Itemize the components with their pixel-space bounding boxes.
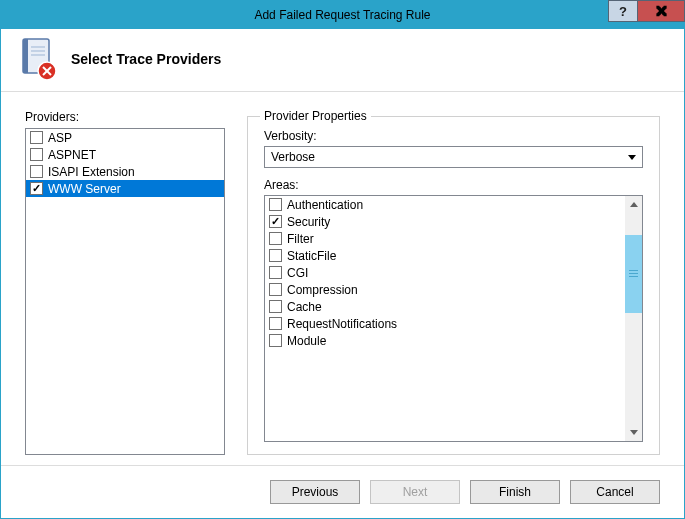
content-area: Providers: ASPASPNETISAPI ExtensionWWW S… [1, 92, 684, 465]
area-item[interactable]: RequestNotifications [265, 315, 625, 332]
scroll-thumb[interactable] [625, 235, 642, 313]
verbosity-label: Verbosity: [264, 129, 647, 143]
area-item[interactable]: Module [265, 332, 625, 349]
area-label: Module [287, 334, 326, 348]
checkbox[interactable] [30, 165, 43, 178]
checkbox[interactable] [30, 148, 43, 161]
checkbox[interactable] [269, 317, 282, 330]
area-item[interactable]: CGI [265, 264, 625, 281]
provider-label: ASPNET [48, 148, 96, 162]
checkbox[interactable] [269, 283, 282, 296]
checkbox[interactable] [269, 198, 282, 211]
finish-button[interactable]: Finish [470, 480, 560, 504]
provider-item[interactable]: ASPNET [26, 146, 224, 163]
area-label: Cache [287, 300, 322, 314]
area-label: Compression [287, 283, 358, 297]
scroll-down-button[interactable] [625, 424, 642, 441]
checkbox[interactable] [269, 232, 282, 245]
area-label: RequestNotifications [287, 317, 397, 331]
areas-list[interactable]: AuthenticationSecurityFilterStaticFileCG… [264, 195, 643, 442]
scroll-track[interactable] [625, 213, 642, 424]
page-title: Select Trace Providers [71, 51, 221, 67]
area-item[interactable]: StaticFile [265, 247, 625, 264]
area-label: Filter [287, 232, 314, 246]
area-label: Security [287, 215, 330, 229]
dialog-window: Add Failed Request Tracing Rule ? 🗙 Sele… [0, 0, 685, 519]
provider-item[interactable]: ASP [26, 129, 224, 146]
chevron-down-icon [628, 155, 636, 160]
help-button[interactable]: ? [608, 0, 638, 22]
providers-list[interactable]: ASPASPNETISAPI ExtensionWWW Server [25, 128, 225, 455]
scroll-up-button[interactable] [625, 196, 642, 213]
providers-label: Providers: [25, 110, 225, 124]
areas-items: AuthenticationSecurityFilterStaticFileCG… [265, 196, 625, 441]
area-item[interactable]: Security [265, 213, 625, 230]
footer: Previous Next Finish Cancel [1, 465, 684, 518]
area-item[interactable]: Compression [265, 281, 625, 298]
provider-label: ISAPI Extension [48, 165, 135, 179]
area-item[interactable]: Cache [265, 298, 625, 315]
area-label: Authentication [287, 198, 363, 212]
previous-button[interactable]: Previous [270, 480, 360, 504]
properties-legend: Provider Properties [260, 109, 371, 123]
scrollbar[interactable] [625, 196, 642, 441]
providers-column: Providers: ASPASPNETISAPI ExtensionWWW S… [25, 110, 225, 455]
checkbox[interactable] [269, 249, 282, 262]
area-item[interactable]: Authentication [265, 196, 625, 213]
close-button[interactable]: 🗙 [637, 0, 685, 22]
area-item[interactable]: Filter [265, 230, 625, 247]
cancel-button[interactable]: Cancel [570, 480, 660, 504]
provider-properties-group: Provider Properties Verbosity: Verbose A… [247, 116, 660, 455]
window-title: Add Failed Request Tracing Rule [254, 8, 430, 22]
checkbox[interactable] [30, 131, 43, 144]
verbosity-select[interactable]: Verbose [264, 146, 643, 168]
checkbox[interactable] [269, 266, 282, 279]
provider-label: WWW Server [48, 182, 121, 196]
checkbox[interactable] [269, 300, 282, 313]
document-error-icon [17, 37, 57, 81]
area-label: StaticFile [287, 249, 336, 263]
checkbox[interactable] [30, 182, 43, 195]
checkbox[interactable] [269, 334, 282, 347]
checkbox[interactable] [269, 215, 282, 228]
svg-rect-1 [23, 39, 28, 73]
properties-column: Provider Properties Verbosity: Verbose A… [247, 110, 660, 455]
verbosity-value: Verbose [271, 150, 315, 164]
next-button: Next [370, 480, 460, 504]
area-label: CGI [287, 266, 308, 280]
provider-item[interactable]: WWW Server [26, 180, 224, 197]
titlebar-buttons: ? 🗙 [608, 1, 684, 29]
provider-item[interactable]: ISAPI Extension [26, 163, 224, 180]
areas-label: Areas: [264, 178, 647, 192]
provider-label: ASP [48, 131, 72, 145]
wizard-header: Select Trace Providers [1, 29, 684, 92]
titlebar: Add Failed Request Tracing Rule ? 🗙 [1, 1, 684, 29]
